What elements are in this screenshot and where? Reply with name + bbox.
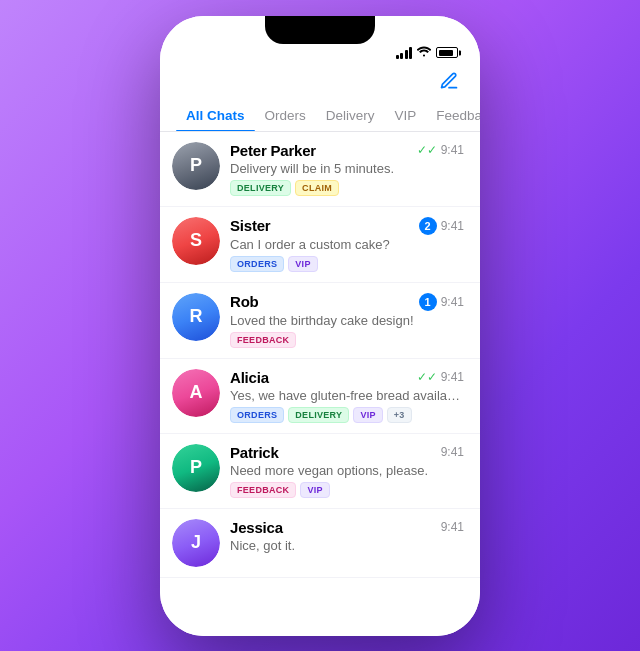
chat-name: Peter Parker bbox=[230, 142, 316, 159]
chat-content: Sister29:41Can I order a custom cake?ORD… bbox=[230, 217, 464, 272]
tag-orders[interactable]: ORDERS bbox=[230, 256, 284, 272]
avatar: P bbox=[172, 142, 220, 190]
chat-name: Jessica bbox=[230, 519, 283, 536]
nav-bar bbox=[160, 64, 480, 100]
tab-orders[interactable]: Orders bbox=[255, 100, 316, 131]
notch bbox=[265, 16, 375, 44]
unread-badge: 1 bbox=[419, 293, 437, 311]
tag-vip[interactable]: VIP bbox=[300, 482, 329, 498]
chat-item-alicia[interactable]: AAlicia✓✓9:41Yes, we have gluten-free br… bbox=[160, 359, 480, 434]
chat-message: Nice, got it. bbox=[230, 538, 464, 553]
status-icons bbox=[396, 46, 459, 60]
tab-all-chats[interactable]: All Chats bbox=[176, 100, 255, 131]
signal-icon bbox=[396, 47, 413, 59]
chat-message: Need more vegan options, please. bbox=[230, 463, 464, 478]
avatar: A bbox=[172, 369, 220, 417]
chat-content: Peter Parker✓✓9:41Delivery will be in 5 … bbox=[230, 142, 464, 196]
chat-tags: ORDERSDELIVERYVIP+3 bbox=[230, 407, 464, 423]
chat-content: Rob19:41Loved the birthday cake design!F… bbox=[230, 293, 464, 348]
avatar: J bbox=[172, 519, 220, 567]
chat-tags: FEEDBACK bbox=[230, 332, 464, 348]
chat-item-peter-parker[interactable]: PPeter Parker✓✓9:41Delivery will be in 5… bbox=[160, 132, 480, 207]
chat-content: Alicia✓✓9:41Yes, we have gluten-free bre… bbox=[230, 369, 464, 423]
chat-name: Alicia bbox=[230, 369, 269, 386]
chat-time: 9:41 bbox=[441, 219, 464, 233]
tag-feedback[interactable]: FEEDBACK bbox=[230, 332, 296, 348]
avatar: S bbox=[172, 217, 220, 265]
chat-message: Can I order a custom cake? bbox=[230, 237, 464, 252]
tab-delivery[interactable]: Delivery bbox=[316, 100, 385, 131]
tag-claim[interactable]: CLAIM bbox=[295, 180, 339, 196]
tag-delivery[interactable]: DELIVERY bbox=[288, 407, 349, 423]
tag-vip[interactable]: VIP bbox=[288, 256, 317, 272]
read-check-icon: ✓✓ bbox=[417, 370, 437, 384]
read-check-icon: ✓✓ bbox=[417, 143, 437, 157]
chat-content: Jessica9:41Nice, got it. bbox=[230, 519, 464, 557]
chat-name: Sister bbox=[230, 217, 271, 234]
chat-message: Yes, we have gluten-free bread available… bbox=[230, 388, 464, 403]
avatar: P bbox=[172, 444, 220, 492]
tag-feedback[interactable]: FEEDBACK bbox=[230, 482, 296, 498]
chat-item-rob[interactable]: RRob19:41Loved the birthday cake design!… bbox=[160, 283, 480, 359]
tag-vip[interactable]: VIP bbox=[353, 407, 382, 423]
unread-badge: 2 bbox=[419, 217, 437, 235]
chat-tags: DELIVERYCLAIM bbox=[230, 180, 464, 196]
tab-vip[interactable]: VIP bbox=[385, 100, 427, 131]
compose-button[interactable] bbox=[438, 70, 460, 92]
chat-time: 9:41 bbox=[441, 143, 464, 157]
tab-feedback[interactable]: Feedback bbox=[426, 100, 480, 131]
chat-content: Patrick9:41Need more vegan options, plea… bbox=[230, 444, 464, 498]
avatar: R bbox=[172, 293, 220, 341]
chat-message: Delivery will be in 5 minutes. bbox=[230, 161, 464, 176]
chat-name: Patrick bbox=[230, 444, 279, 461]
chat-tags: FEEDBACKVIP bbox=[230, 482, 464, 498]
chat-time: 9:41 bbox=[441, 520, 464, 534]
tag-more[interactable]: +3 bbox=[387, 407, 412, 423]
chat-time: 9:41 bbox=[441, 370, 464, 384]
tag-orders[interactable]: ORDERS bbox=[230, 407, 284, 423]
battery-icon bbox=[436, 47, 458, 58]
chat-item-jessica[interactable]: JJessica9:41Nice, got it. bbox=[160, 509, 480, 578]
chat-message: Loved the birthday cake design! bbox=[230, 313, 464, 328]
chat-time: 9:41 bbox=[441, 295, 464, 309]
tabs-container: All Chats Orders Delivery VIP Feedback bbox=[160, 100, 480, 132]
chat-time: 9:41 bbox=[441, 445, 464, 459]
phone-frame: All Chats Orders Delivery VIP Feedback P… bbox=[160, 16, 480, 636]
wifi-icon bbox=[417, 46, 431, 60]
tag-delivery[interactable]: DELIVERY bbox=[230, 180, 291, 196]
chat-item-patrick[interactable]: PPatrick9:41Need more vegan options, ple… bbox=[160, 434, 480, 509]
chat-item-sister[interactable]: SSister29:41Can I order a custom cake?OR… bbox=[160, 207, 480, 283]
chat-list: PPeter Parker✓✓9:41Delivery will be in 5… bbox=[160, 132, 480, 636]
chat-tags: ORDERSVIP bbox=[230, 256, 464, 272]
chat-name: Rob bbox=[230, 293, 259, 310]
